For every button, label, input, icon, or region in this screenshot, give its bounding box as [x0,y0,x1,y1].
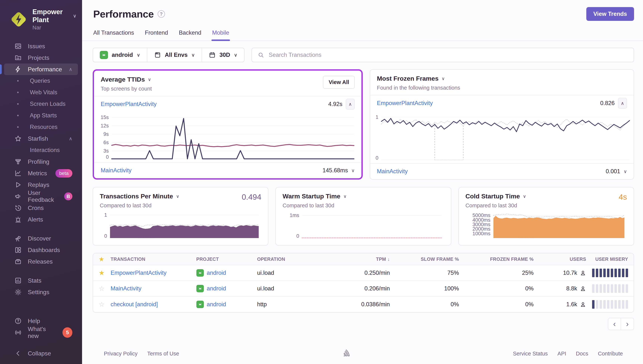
transaction-link[interactable]: EmpowerPlantActivity [111,270,196,276]
tpm-value: 0.494 [242,192,261,202]
previous-page-button[interactable]: ‹ [608,318,621,330]
help-icon [14,317,22,325]
card-title[interactable]: Warm Startup Time∨ [282,192,347,200]
frozen-frame-value: 0% [459,285,533,292]
contribute-link[interactable]: Contribute [598,350,623,357]
sidebar-item-queries[interactable]: Queries [0,75,82,86]
search-input[interactable] [268,52,628,58]
project-link[interactable]: android [207,270,226,276]
card-title[interactable]: Most Frozen Frames∨ [377,75,460,82]
tpm-card: Transactions Per Minute∨ Compared to las… [93,187,268,246]
star-toggle[interactable]: ☆ [99,300,111,308]
col-operation[interactable]: OPERATION [257,256,315,262]
date-range-filter[interactable]: 30D ∨ [202,48,244,62]
transaction-link[interactable]: EmpowerPlantActivity [377,100,433,106]
sidebar-item-crons[interactable]: Crons [4,202,78,214]
transactions-table: ★ TRANSACTION PROJECT OPERATION TPM ↓ SL… [93,253,634,312]
project-filter[interactable]: android ∨ [93,48,147,62]
sidebar-item-help[interactable]: Help [4,315,78,327]
project-link[interactable]: android [207,285,226,292]
sidebar-item-user-feedback[interactable]: User Feedback B [4,190,78,202]
col-frozen-frame[interactable]: FROZEN FRAME % [459,256,533,262]
tab-mobile[interactable]: Mobile [212,30,229,40]
transaction-link[interactable]: MainActivity [377,168,408,175]
page-title: Performance [93,8,154,20]
transaction-link[interactable]: MainActivity [101,167,131,174]
next-page-button[interactable]: › [621,318,634,330]
sidebar-item-settings[interactable]: Settings [4,286,78,298]
search-transactions [251,48,634,62]
collapse-row-button[interactable]: ∧ [346,99,355,110]
col-slow-frame[interactable]: SLOW FRAME % [390,256,459,262]
view-trends-button[interactable]: View Trends [586,7,634,21]
card-title[interactable]: Cold Startup Time∨ [465,192,526,200]
sidebar-item-starfish[interactable]: Starfish ∧ [4,133,78,144]
sidebar-collapse-button[interactable]: Collapse [4,348,78,359]
docs-link[interactable]: Docs [576,350,588,357]
sidebar-item-projects[interactable]: Projects [4,52,78,64]
table-pagination: ‹ › [93,318,634,330]
sidebar-item-resources[interactable]: Resources [0,121,82,133]
sidebar-item-web-vitals[interactable]: Web Vitals [0,86,82,98]
org-subtitle: Nar [33,24,77,31]
project-link[interactable]: android [207,301,226,308]
megaphone-icon [14,192,22,200]
sidebar-item-alerts[interactable]: Alerts [4,214,78,225]
collapse-row-button[interactable]: ∧ [618,98,627,108]
table-header-row: ★ TRANSACTION PROJECT OPERATION TPM ↓ SL… [93,253,634,265]
sidebar-item-whats-new[interactable]: What's new 5 [4,327,78,338]
org-switcher[interactable]: Empower Plant ∨ Nar [0,0,82,36]
col-project[interactable]: PROJECT [196,256,257,262]
card-subtitle: Compared to last 30d [465,202,526,209]
sidebar-item-releases[interactable]: Releases [4,256,78,267]
sidebar-item-app-starts[interactable]: App Starts [0,110,82,121]
sidebar-item-label: What's new [28,326,57,340]
tab-frontend[interactable]: Frontend [145,30,168,40]
view-all-button[interactable]: View All [323,76,355,89]
chevron-down-icon: ∨ [191,52,195,58]
transaction-link[interactable]: MainActivity [111,285,196,292]
col-transaction[interactable]: TRANSACTION [111,256,196,262]
frozen-value: 0.826 [600,100,615,106]
privacy-policy-link[interactable]: Privacy Policy [104,350,138,357]
sidebar-item-performance[interactable]: Performance ∧ [4,64,78,75]
expand-row-button[interactable]: ∨ [351,168,355,173]
help-tooltip-icon[interactable]: ? [158,10,165,18]
inbox-icon [14,42,22,50]
chevron-down-icon: ∨ [148,77,151,82]
sidebar-item-replays[interactable]: Replays [4,179,78,190]
star-toggle[interactable]: ★ [99,269,111,277]
sidebar-item-dashboards[interactable]: Dashboards [4,244,78,256]
sidebar-item-metrics[interactable]: Metrics beta [4,168,78,179]
telescope-icon [14,235,22,242]
sidebar-item-profiling[interactable]: Profiling [4,156,78,168]
archive-box-icon [14,258,22,265]
sidebar-item-screen-loads[interactable]: Screen Loads [0,98,82,110]
col-users[interactable]: USERS [533,256,586,262]
sidebar-item-issues[interactable]: Issues [4,40,78,52]
sidebar-item-label: Releases [28,258,53,265]
col-user-misery[interactable]: USER MISERY [586,256,628,262]
transaction-link[interactable]: checkout [android] [111,301,196,308]
sidebar-item-stats[interactable]: Stats [4,275,78,286]
chevron-up-icon: ∧ [69,136,72,142]
tab-all-transactions[interactable]: All Transactions [93,30,134,40]
tab-backend[interactable]: Backend [179,30,201,40]
sidebar-item-discover[interactable]: Discover [4,233,78,244]
sidebar-item-label: Metrics [28,170,47,177]
expand-row-button[interactable]: ∨ [623,169,627,174]
sidebar-item-interactions[interactable]: Interactions [0,144,82,156]
sort-desc-icon: ↓ [387,256,390,262]
card-title[interactable]: Transactions Per Minute∨ [100,192,179,200]
terms-of-use-link[interactable]: Terms of Use [147,350,179,357]
user-icon [580,286,586,292]
clock-history-icon [14,204,22,212]
service-status-link[interactable]: Service Status [513,350,548,357]
col-tpm-sorted[interactable]: TPM ↓ [315,256,390,262]
environment-filter[interactable]: All Envs ∨ [147,48,202,62]
transaction-link[interactable]: EmpowerPlantActivity [101,101,157,108]
api-link[interactable]: API [557,350,566,357]
card-title[interactable]: Average TTIDs∨ [101,76,152,83]
operation-value: ui.load [257,285,315,292]
star-toggle[interactable]: ☆ [99,285,111,292]
